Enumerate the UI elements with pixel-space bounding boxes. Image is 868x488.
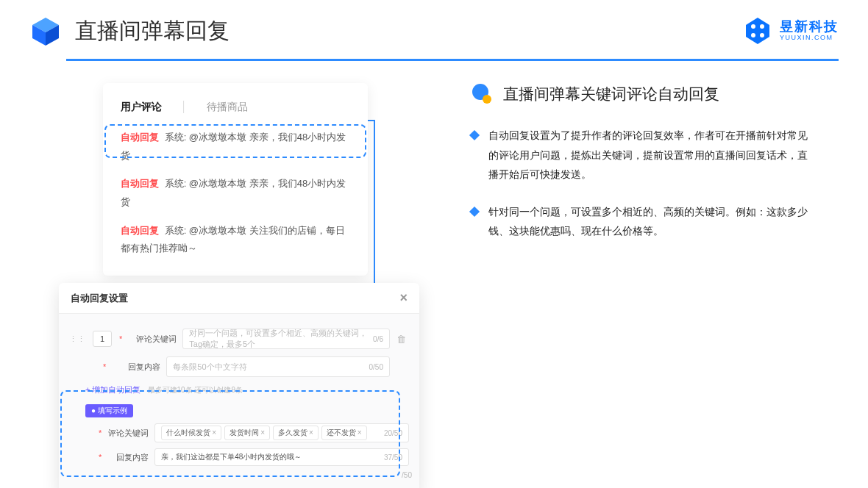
- tab-pending-products[interactable]: 待播商品: [207, 101, 248, 114]
- content-input[interactable]: 每条限50个中文字符 0/50: [166, 356, 390, 377]
- section-title: 直播间弹幕关键词评论自动回复: [503, 84, 719, 104]
- svg-point-3: [751, 24, 755, 29]
- svg-point-5: [751, 33, 755, 37]
- diamond-icon: [469, 130, 480, 140]
- content-label: 回复内容: [109, 362, 160, 373]
- auto-reply-tag: 自动回复: [121, 178, 159, 189]
- auto-reply-settings-dialog: 自动回复设置 × ⋮⋮ 1 * 评论关键词 对同一个问题，可设置多个相近、高频的…: [59, 283, 419, 488]
- comment-row: 自动回复 系统: @冰墩墩本墩 关注我们的店铺，每日都有热门推荐呦～: [121, 222, 350, 258]
- trash-icon[interactable]: 🗑: [393, 334, 409, 345]
- required-star: *: [103, 362, 106, 371]
- header: 直播间弹幕回复 昱新科技 YUUXIN.COM: [0, 0, 868, 54]
- content-counter: 0/50: [369, 363, 383, 371]
- tab-separator: │: [181, 101, 188, 114]
- svg-point-8: [483, 95, 491, 104]
- brand-icon: [743, 16, 772, 46]
- svg-point-4: [760, 24, 764, 29]
- bullet-text: 自动回复设置为了提升作者的评论回复效率，作者可在开播前针对常见的评论用户问题，提…: [488, 126, 817, 184]
- drag-handle[interactable]: ⋮⋮: [69, 334, 85, 344]
- brand-name-cn: 昱新科技: [780, 20, 839, 35]
- close-icon[interactable]: ×: [399, 290, 408, 306]
- bullet-item: 自动回复设置为了提升作者的评论回复效率，作者可在开播前针对常见的评论用户问题，提…: [471, 126, 817, 184]
- svg-point-6: [760, 33, 764, 37]
- tab-user-comments[interactable]: 用户评论: [121, 101, 162, 114]
- brand-logo: 昱新科技 YUUXIN.COM: [743, 16, 839, 46]
- highlight-box: [60, 390, 400, 477]
- keyword-placeholder: 对同一个问题，可设置多个相近、高频的关键词，Tag确定，最多5个: [189, 328, 369, 350]
- comment-row: 自动回复 系统: @冰墩墩本墩 亲亲，我们48小时内发货: [121, 175, 350, 211]
- chat-bubble-icon: [471, 83, 493, 105]
- dialog-title: 自动回复设置: [71, 292, 128, 305]
- keyword-label: 评论关键词: [125, 334, 177, 345]
- keyword-counter: 0/6: [373, 335, 383, 343]
- keyword-input[interactable]: 对同一个问题，可设置多个相近、高频的关键词，Tag确定，最多5个 0/6: [182, 329, 390, 349]
- required-star: *: [119, 334, 122, 343]
- highlight-box: [104, 124, 366, 158]
- diamond-icon: [469, 207, 480, 217]
- bullet-text: 针对同一个问题，可设置多个相近的、高频的关键词。例如：这款多少钱、这块能优惠吗、…: [488, 202, 817, 241]
- rule-index: 1: [93, 331, 112, 347]
- bullet-item: 针对同一个问题，可设置多个相近的、高频的关键词。例如：这款多少钱、这块能优惠吗、…: [471, 202, 817, 241]
- brand-name-en: YUUXIN.COM: [780, 35, 839, 42]
- cube-icon: [29, 15, 62, 47]
- pagination-text: /50: [402, 471, 412, 479]
- page-title: 直播间弹幕回复: [75, 16, 743, 46]
- content-placeholder: 每条限50个中文字符: [173, 362, 246, 373]
- comments-panel: 用户评论 │ 待播商品 自动回复 系统: @冰墩墩本墩 亲亲，我们48小时内发货…: [103, 83, 368, 276]
- auto-reply-tag: 自动回复: [121, 225, 159, 236]
